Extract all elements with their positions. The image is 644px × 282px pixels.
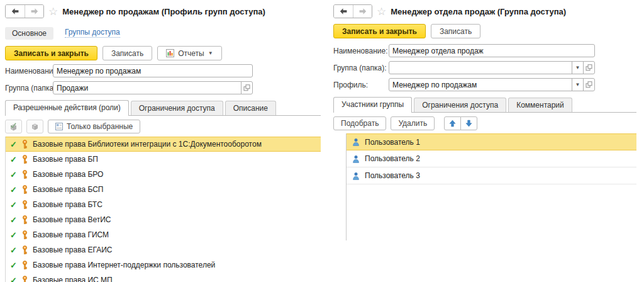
role-row[interactable]: ✓ Базовые права Библиотеки интеграции с …: [6, 137, 321, 152]
member-label: Пользователь 2: [365, 154, 420, 163]
access-group-window: ☆ Менеджер отдела продаж (Группа доступа…: [333, 4, 636, 240]
save-close-button[interactable]: Записать и закрыть: [5, 46, 97, 60]
group-tabs: Участники группы Ограничения доступа Ком…: [333, 97, 636, 113]
role-row[interactable]: ✓ Базовые права ЕГАИС: [6, 242, 321, 257]
forward-button[interactable]: [25, 5, 43, 18]
back-button[interactable]: [334, 5, 353, 18]
role-label: Базовые права БРО: [33, 170, 104, 179]
only-selected-button[interactable]: Только выбранные: [48, 120, 140, 133]
role-row[interactable]: ✓ Базовые права БТС: [6, 197, 321, 212]
history-nav: [333, 4, 372, 18]
favorite-star-icon[interactable]: ☆: [377, 6, 386, 17]
role-label: Базовые права Библиотеки интеграции с 1С…: [33, 140, 262, 149]
arrow-down-icon: [465, 120, 472, 127]
window-title: Менеджер по продажам (Профиль групп дост…: [62, 7, 265, 16]
chevron-down-icon: ▼: [208, 50, 213, 56]
check-icon: ✓: [10, 261, 17, 269]
role-label: Базовые права БТС: [33, 200, 103, 209]
save-button[interactable]: Записать: [103, 46, 152, 60]
arrow-up-icon: [449, 120, 456, 127]
only-selected-label: Только выбранные: [67, 122, 133, 131]
member-label: Пользователь 1: [365, 138, 420, 147]
chevron-down-icon: ▼: [575, 82, 580, 87]
tab-description[interactable]: Описание: [225, 101, 276, 115]
role-label: Базовые права ИС МП: [33, 276, 113, 282]
role-key-icon: [21, 155, 28, 164]
tab-access-restrictions[interactable]: Ограничения доступа: [131, 101, 223, 115]
folder-field-label: Группа (папка):: [333, 64, 389, 72]
open-folder-button[interactable]: [583, 61, 595, 74]
open-folder-button[interactable]: [241, 81, 253, 94]
save-button[interactable]: Записать: [431, 24, 480, 38]
user-icon: [352, 155, 360, 163]
folder-input[interactable]: [53, 81, 242, 94]
history-nav: [5, 4, 44, 18]
reorder-buttons: [444, 116, 477, 130]
member-row[interactable]: Пользователь 2: [347, 150, 636, 167]
check-icon: ✓: [10, 171, 17, 179]
open-record-icon: [243, 84, 250, 91]
open-record-icon: [586, 81, 592, 88]
cube-icon: [31, 123, 39, 131]
open-profile-button[interactable]: [583, 78, 595, 91]
list-filter-icon: [55, 123, 63, 130]
role-key-icon: [21, 140, 28, 149]
check-icon: ✓: [10, 216, 17, 224]
check-icon: ✓: [10, 276, 17, 282]
role-key-icon: [21, 245, 28, 254]
set-all-flags-button[interactable]: [5, 120, 22, 133]
profile-dropdown-button[interactable]: ▼: [572, 78, 584, 91]
move-down-button[interactable]: [460, 116, 477, 130]
favorite-star-icon[interactable]: ☆: [48, 6, 58, 17]
folder-field-row: Группа (папка): ▼: [333, 61, 636, 74]
group-titlebar: ☆ Менеджер отдела продаж (Группа доступа…: [333, 4, 636, 19]
profile-titlebar: ☆ Менеджер по продажам (Профиль групп до…: [5, 4, 321, 19]
member-row[interactable]: Пользователь 1: [347, 133, 636, 150]
role-row[interactable]: ✓ Базовые права БРО: [6, 167, 321, 182]
folder-input[interactable]: [389, 61, 572, 74]
role-label: Базовые права БСП: [33, 185, 104, 194]
profile-subnav: Основное Группы доступа: [5, 26, 321, 40]
nav-link-access-groups[interactable]: Группы доступа: [65, 28, 120, 37]
forward-arrow-icon: [30, 8, 39, 15]
window-title: Менеджер отдела продаж (Группа доступа): [391, 7, 566, 16]
name-input[interactable]: [389, 44, 595, 57]
check-icon: ✓: [10, 155, 17, 164]
role-row[interactable]: ✓ Базовые права БП: [6, 152, 321, 167]
role-row[interactable]: ✓ Базовые права ВетИС: [6, 212, 321, 227]
member-row[interactable]: Пользователь 3: [347, 167, 636, 184]
forward-arrow-icon: [358, 8, 367, 15]
reports-button[interactable]: Отчеты ▼: [157, 46, 221, 60]
report-chart-icon: [166, 49, 174, 57]
folder-dropdown-button[interactable]: ▼: [572, 61, 584, 74]
forward-button[interactable]: [353, 5, 372, 18]
reports-button-label: Отчеты: [178, 49, 204, 58]
role-label: Базовые права ЕГАИС: [33, 245, 113, 254]
profile-tabs: Разрешенные действия (роли) Ограничения …: [5, 100, 321, 116]
save-close-button[interactable]: Записать и закрыть: [333, 24, 426, 38]
clear-all-flags-button[interactable]: [26, 120, 43, 133]
tab-comment[interactable]: Комментарий: [508, 98, 572, 112]
back-button[interactable]: [6, 5, 25, 18]
role-row[interactable]: ✓ Базовые права БСП: [6, 182, 321, 197]
tab-access-restrictions[interactable]: Ограничения доступа: [414, 98, 506, 112]
pick-members-button[interactable]: Подобрать: [333, 116, 386, 130]
role-row[interactable]: ✓ Базовые права Интернет-поддержки польз…: [6, 257, 321, 273]
tab-allowed-actions[interactable]: Разрешенные действия (роли): [5, 100, 129, 116]
name-field-label: Наименование:: [333, 47, 389, 55]
role-row[interactable]: ✓ Базовые права ИС МП: [6, 273, 321, 282]
role-key-icon: [21, 170, 28, 179]
name-input[interactable]: [53, 64, 253, 77]
role-label: Базовые права БП: [33, 155, 98, 164]
tab-group-members[interactable]: Участники группы: [333, 97, 412, 113]
role-row[interactable]: ✓ Базовые права ГИСМ: [6, 227, 321, 242]
user-icon: [352, 172, 360, 180]
nav-item-main[interactable]: Основное: [5, 27, 53, 40]
check-icon: ✓: [10, 201, 17, 209]
role-key-icon: [21, 230, 28, 239]
role-key-icon: [21, 185, 28, 194]
folder-field-label: Группа (папка):: [5, 84, 53, 93]
move-up-button[interactable]: [444, 116, 461, 130]
profile-input[interactable]: [389, 78, 572, 91]
delete-member-button[interactable]: Удалить: [391, 116, 435, 130]
